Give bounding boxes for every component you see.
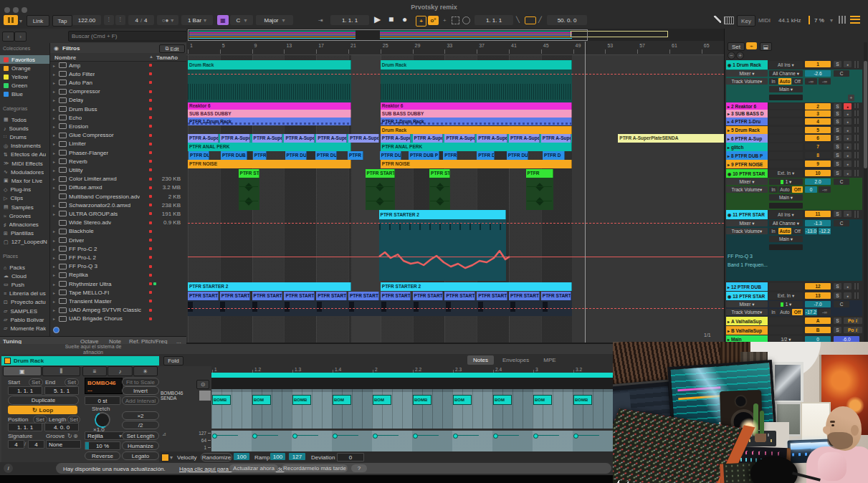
search-input[interactable]: Buscar (Cmd + F) bbox=[68, 31, 187, 42]
loop-length-field[interactable]: 50. 0. 0 bbox=[547, 15, 587, 25]
browser-back-button[interactable]: ‹ bbox=[2, 32, 14, 42]
file-row[interactable]: ▸Auto Pan bbox=[50, 78, 186, 87]
category-plug-ins[interactable]: ◇Plug-ins bbox=[0, 186, 49, 194]
midi-note[interactable]: BOMB bbox=[292, 395, 311, 405]
clip-ptfr-starter[interactable]: PTFR STARTER bbox=[413, 292, 444, 300]
tab-note-tools[interactable]: ≡ bbox=[82, 366, 107, 376]
velocity-marker[interactable] bbox=[252, 434, 257, 439]
file-row[interactable]: ▸Drum Buss bbox=[50, 105, 186, 113]
loop-start-field[interactable]: 1. 1. 1 bbox=[474, 15, 513, 25]
arm-button-glitch[interactable]: ● bbox=[844, 143, 852, 150]
track-number-2-reaktor-6[interactable]: 2 bbox=[805, 103, 831, 110]
network-icon[interactable] bbox=[53, 327, 59, 333]
track-fold-icon[interactable]: ▸ bbox=[728, 145, 730, 150]
category-afinaciones[interactable]: ♯Afinaciones bbox=[0, 220, 49, 229]
punch-in-icon[interactable]: ╲ bbox=[516, 16, 520, 23]
track-input-menu-13-ptfr-star[interactable]: Ext. In ▾ bbox=[769, 292, 803, 300]
input-name-field-1-drum-rack[interactable] bbox=[769, 95, 803, 100]
velocity-marker[interactable] bbox=[573, 434, 578, 439]
clip-ptfr-sta[interactable]: PTFR STA bbox=[239, 169, 259, 178]
midi-tab-notes[interactable]: Notes bbox=[467, 355, 494, 365]
solo-button-13-ptfr-star[interactable]: S bbox=[834, 292, 841, 299]
file-row[interactable]: ▸Compressor bbox=[50, 87, 186, 96]
solo-button-11-ptfr-star[interactable]: S bbox=[834, 211, 841, 217]
set-length-button[interactable]: Set Length bbox=[122, 431, 159, 440]
monitor-off-1-drum-rack[interactable]: Off bbox=[792, 78, 803, 85]
clip-header[interactable]: Drum Rack bbox=[1, 356, 159, 365]
automation-re-enable-button[interactable] bbox=[462, 16, 470, 24]
solo-button-10-ptfr-star[interactable]: S bbox=[834, 170, 841, 176]
track-fold-icon[interactable]: ▸ bbox=[728, 153, 730, 158]
track-fold-icon[interactable]: ▸ bbox=[728, 328, 730, 333]
file-row[interactable]: ▸Reverb bbox=[50, 157, 186, 166]
clip-ptfr-dub[interactable]: PTFR DUB bbox=[380, 151, 401, 160]
loop-button[interactable]: ↻ Loop bbox=[8, 406, 77, 414]
overdub-button[interactable]: o° bbox=[428, 16, 439, 25]
place-cloud[interactable]: ☁Cloud bbox=[0, 272, 49, 280]
place-push[interactable]: ▭Push bbox=[0, 280, 49, 289]
expand-arrow-icon[interactable]: ▸ bbox=[53, 247, 59, 252]
arrangement-record-button[interactable]: ● bbox=[402, 14, 407, 24]
track-number-12-ptfr-dub[interactable]: 12 bbox=[805, 283, 831, 290]
clip-ptfr-a-super[interactable]: PTFR A-Super bbox=[188, 134, 219, 143]
clip-ptfr-dub[interactable]: PTFR D bbox=[253, 151, 267, 160]
track-header-b-valhallasup[interactable]: ▸B ValhallaSup bbox=[726, 326, 768, 335]
track-header-6-ptfr-a-sup[interactable]: ▸6 PTFR A-Sup bbox=[726, 134, 768, 143]
track-input-menu-11-ptfr-star[interactable]: All Ins ▾ bbox=[769, 211, 803, 219]
expand-arrow-icon[interactable]: ▸ bbox=[53, 272, 59, 277]
note-row-handle[interactable] bbox=[199, 391, 211, 401]
double-tempo-button[interactable]: ×2 bbox=[122, 411, 159, 420]
tab-launch[interactable]: ⫼ bbox=[42, 366, 81, 376]
midi-loop-bar[interactable] bbox=[211, 373, 615, 378]
device-label-11-ptfr-star[interactable]: FF Pro-Q 3 bbox=[728, 254, 753, 259]
volume-value-13-ptfr-star[interactable]: -7.0 bbox=[805, 301, 831, 307]
track-number-11-ptfr-star[interactable]: 11 bbox=[805, 211, 831, 217]
velocity-marker[interactable] bbox=[453, 434, 458, 439]
arm-button-11-ptfr-star[interactable]: ● bbox=[844, 211, 852, 217]
scale-root-menu[interactable]: C▾ bbox=[230, 15, 253, 25]
add-locator-button[interactable]: + bbox=[443, 17, 447, 24]
monitor-auto-1-drum-rack[interactable]: Auto bbox=[778, 78, 791, 85]
track-number-a-valhallasup[interactable]: A bbox=[805, 317, 831, 324]
clip-ptfr-starter[interactable]: PTFR STARTER bbox=[284, 292, 315, 300]
midi-note[interactable]: BOM bbox=[373, 395, 391, 405]
browser-forward-button[interactable]: › bbox=[14, 32, 27, 42]
computer-midi-keyboard-icon[interactable] bbox=[724, 16, 734, 24]
clip-sub-bass-dubby[interactable]: SUB BASS DUBBY bbox=[381, 110, 573, 118]
solo-button-a-valhallasup[interactable]: S bbox=[834, 317, 841, 324]
signature-numerator[interactable]: 4 bbox=[8, 440, 24, 449]
file-row[interactable]: ▸UAD Ampeg SVTVR Classic bbox=[50, 306, 186, 315]
monitor-in-11-ptfr-star[interactable]: In bbox=[769, 228, 778, 234]
clip-reaktor-6[interactable]: Reaktor 6 bbox=[188, 102, 351, 110]
midi-note[interactable]: BOMB bbox=[413, 395, 431, 405]
sort-icon[interactable]: ▲ bbox=[149, 54, 153, 59]
solo-button-5-drum-rack[interactable]: S bbox=[834, 127, 841, 133]
clip-drum-rack[interactable]: Drum Rack bbox=[188, 60, 351, 70]
randomize-value[interactable]: 100 bbox=[234, 453, 249, 460]
update-now-button[interactable]: Actualizar ahora bbox=[229, 464, 278, 472]
midi-note[interactable]: BOM bbox=[453, 395, 472, 405]
arm-button-8-ptfr-dub-p[interactable]: ● bbox=[844, 152, 852, 158]
tab-note-pitch[interactable]: ♪ bbox=[108, 366, 132, 376]
clip-ptfr-a-super[interactable]: PTFR A-Super bbox=[541, 134, 572, 143]
groove-add-icon[interactable]: ⊕ bbox=[73, 433, 78, 439]
play-button[interactable]: ▶ bbox=[374, 14, 381, 24]
midi-note[interactable]: BOMB bbox=[573, 395, 592, 405]
follow-button[interactable]: ⇥ bbox=[318, 17, 323, 24]
midi-note[interactable]: BOM bbox=[533, 395, 552, 405]
pan-value-11-ptfr-star[interactable]: C bbox=[834, 220, 849, 226]
deviation-value[interactable]: 0 bbox=[337, 453, 364, 462]
expand-arrow-icon[interactable]: ▸ bbox=[53, 229, 59, 234]
monitor-auto-10-ptfr-star[interactable]: Auto bbox=[778, 186, 791, 193]
track-number-5-drum-rack[interactable]: 5 bbox=[805, 127, 831, 133]
track-fold-icon[interactable]: ◉ bbox=[728, 171, 731, 176]
collection-favoritos[interactable]: Favoritos bbox=[0, 55, 49, 64]
clip-ptfr-a-super[interactable]: PTFR A-Super bbox=[220, 134, 251, 143]
clip-drum-rack-2[interactable]: Drum Rack bbox=[381, 126, 573, 134]
solo-button-6-ptfr-a-sup[interactable]: S bbox=[834, 135, 841, 141]
category-127-loopedn[interactable]: ▢127_LoopedN bbox=[0, 238, 49, 247]
volume-value-1-drum-rack[interactable]: -2.6 bbox=[805, 70, 831, 77]
humanize-amount[interactable]: 10 % bbox=[85, 441, 120, 450]
midi-tab-envelopes[interactable]: Envelopes bbox=[497, 355, 535, 365]
clip-ptfr-starter-2[interactable]: PTFR STARTER 2 bbox=[381, 282, 573, 291]
